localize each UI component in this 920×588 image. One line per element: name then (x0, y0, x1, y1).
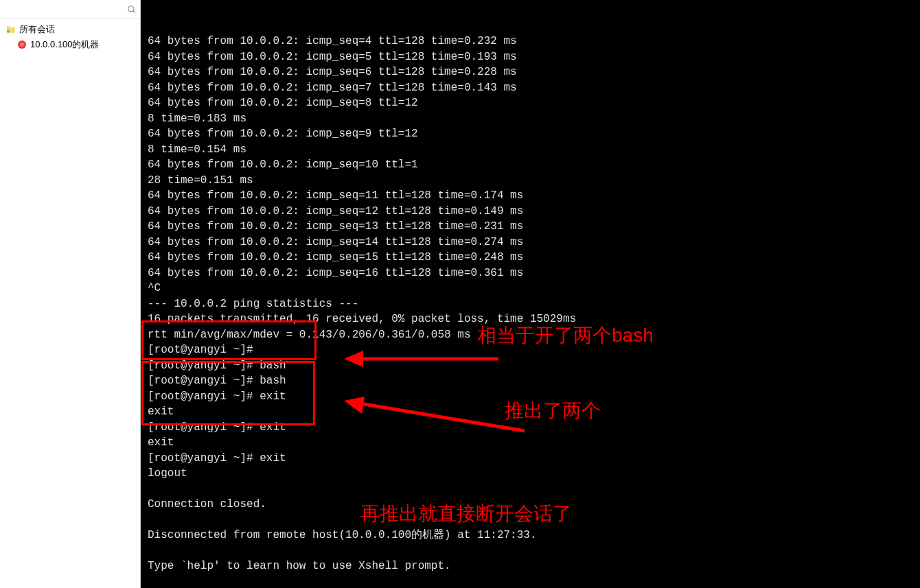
terminal-line: exit (148, 435, 913, 451)
sidebar: 所有会话 10.0.0.100的机器 (0, 0, 141, 588)
terminal-line: Connection closed. (148, 497, 913, 513)
search-input[interactable] (3, 2, 126, 17)
terminal-line: 64 bytes from 10.0.0.2: icmp_seq=8 ttl=1… (148, 95, 913, 111)
terminal-line: 28 time=0.151 ms (148, 173, 913, 189)
terminal-line: [root@yangyi ~]# bash (148, 358, 913, 374)
terminal-line: [root@yangyi ~]# exit (148, 451, 913, 467)
terminal-line: exit (148, 404, 913, 420)
terminal-line: 64 bytes from 10.0.0.2: icmp_seq=14 ttl=… (148, 235, 913, 250)
terminal-line: [root@yangyi ~]# (148, 342, 913, 358)
session-icon (16, 39, 27, 50)
terminal[interactable]: 64 bytes from 10.0.0.2: icmp_seq=4 ttl=1… (141, 0, 920, 588)
search-icon[interactable] (126, 4, 137, 15)
terminal-line: Type `help' to learn how to use Xshell p… (148, 558, 913, 574)
terminal-line: 64 bytes from 10.0.0.2: icmp_seq=9 ttl=1… (148, 126, 913, 142)
terminal-line: Disconnected from remote host(10.0.0.100… (148, 528, 913, 543)
terminal-line (148, 513, 913, 528)
tree-session-label: 10.0.0.100的机器 (30, 38, 99, 51)
terminal-line: 64 bytes from 10.0.0.2: icmp_seq=4 ttl=1… (148, 34, 913, 49)
tree-root[interactable]: 所有会话 (0, 22, 140, 37)
terminal-line: 64 bytes from 10.0.0.2: icmp_seq=16 ttl=… (148, 266, 913, 281)
terminal-line: 64 bytes from 10.0.0.2: icmp_seq=7 ttl=1… (148, 80, 913, 96)
terminal-line: 64 bytes from 10.0.0.2: icmp_seq=12 ttl=… (148, 204, 913, 220)
svg-point-4 (20, 43, 25, 47)
terminal-line: rtt min/avg/max/mdev = 0.143/0.206/0.361… (148, 327, 913, 343)
svg-point-0 (128, 5, 134, 11)
terminal-line (148, 543, 913, 559)
svg-point-2 (7, 30, 10, 33)
tree-session[interactable]: 10.0.0.100的机器 (0, 37, 140, 52)
terminal-line: 64 bytes from 10.0.0.2: icmp_seq=15 ttl=… (148, 250, 913, 266)
svg-line-1 (133, 10, 135, 12)
terminal-line: [root@yangyi ~]# exit (148, 389, 913, 405)
terminal-line: 64 bytes from 10.0.0.2: icmp_seq=11 ttl=… (148, 188, 913, 204)
terminal-line: 64 bytes from 10.0.0.2: icmp_seq=10 ttl=… (148, 157, 913, 173)
folder-icon (5, 24, 16, 35)
terminal-line: 64 bytes from 10.0.0.2: icmp_seq=13 ttl=… (148, 219, 913, 235)
terminal-line: ^C (148, 281, 913, 296)
terminal-line: 64 bytes from 10.0.0.2: icmp_seq=6 ttl=1… (148, 64, 913, 80)
terminal-line: logout (148, 466, 913, 482)
tree-root-label: 所有会话 (19, 23, 55, 36)
terminal-line: 16 packets transmitted, 16 received, 0% … (148, 311, 913, 327)
terminal-line: [root@yangyi ~]# bash (148, 373, 913, 389)
terminal-line (148, 482, 913, 497)
terminal-line: --- 10.0.0.2 ping statistics --- (148, 296, 913, 312)
terminal-line: [root@yangyi ~]# exit (148, 420, 913, 436)
terminal-line: 64 bytes from 10.0.0.2: icmp_seq=5 ttl=1… (148, 49, 913, 65)
terminal-line: 8 time=0.154 ms (148, 142, 913, 158)
search-bar (0, 0, 140, 19)
terminal-line: 8 time=0.183 ms (148, 111, 913, 127)
session-tree: 所有会话 10.0.0.100的机器 (0, 19, 140, 55)
